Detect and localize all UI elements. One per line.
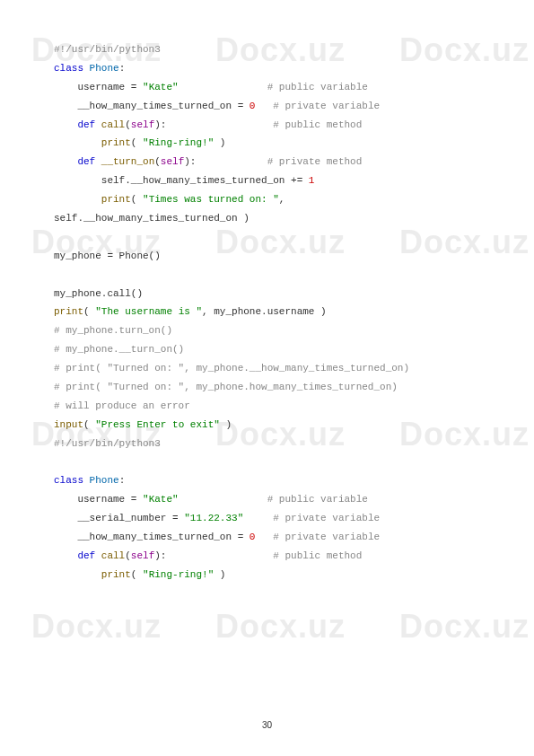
code-line: # print( "Turned on: ", my_phone.how_man… <box>54 378 480 397</box>
code-line: username = "Kate" # public variable <box>54 78 480 97</box>
watermark: Docx.uz <box>215 596 346 657</box>
code-line: my_phone.call() <box>54 285 480 303</box>
watermark: Docx.uz <box>31 596 162 657</box>
code-line: def call(self): # public method <box>54 116 480 135</box>
code-block: #!/usr/bin/python3 class Phone: username… <box>0 0 534 602</box>
code-line: self.__how_many_times_turned_on ) <box>54 209 480 228</box>
code-line: # will produce an error <box>54 397 480 416</box>
code-line: __serial_number = "11.22.33" # private v… <box>54 509 480 528</box>
code-line: username = "Kate" # public variable <box>54 490 480 509</box>
code-line: print( "Times was turned on: ", <box>54 190 480 209</box>
code-line: def call(self): # public method <box>54 547 480 566</box>
code-line <box>54 228 480 247</box>
code-line: def __turn_on(self): # private method <box>54 153 480 171</box>
code-line: __how_many_times_turned_on = 0 # private… <box>54 97 480 116</box>
code-line <box>54 453 480 472</box>
code-line: input( "Press Enter to exit" ) <box>54 416 480 435</box>
watermark: Docx.uz <box>399 596 530 657</box>
code-line: # my_phone.__turn_on() <box>54 340 480 359</box>
code-line: #!/usr/bin/python3 <box>54 435 480 453</box>
code-line: my_phone = Phone() <box>54 247 480 266</box>
code-line: __how_many_times_turned_on = 0 # private… <box>54 528 480 547</box>
code-line: self.__how_many_times_turned_on += 1 <box>54 171 480 190</box>
code-line: #!/usr/bin/python3 <box>54 40 480 59</box>
code-line: class Phone: <box>54 471 480 490</box>
code-line: print( "Ring-ring!" ) <box>54 566 480 585</box>
code-line: class Phone: <box>54 59 480 78</box>
code-line: # my_phone.turn_on() <box>54 321 480 340</box>
code-line: print( "The username is ", my_phone.user… <box>54 303 480 321</box>
code-line: print( "Ring-ring!" ) <box>54 134 480 153</box>
page-number: 30 <box>0 716 534 734</box>
code-line: # print( "Turned on: ", my_phone.__how_m… <box>54 359 480 378</box>
code-line <box>54 266 480 285</box>
